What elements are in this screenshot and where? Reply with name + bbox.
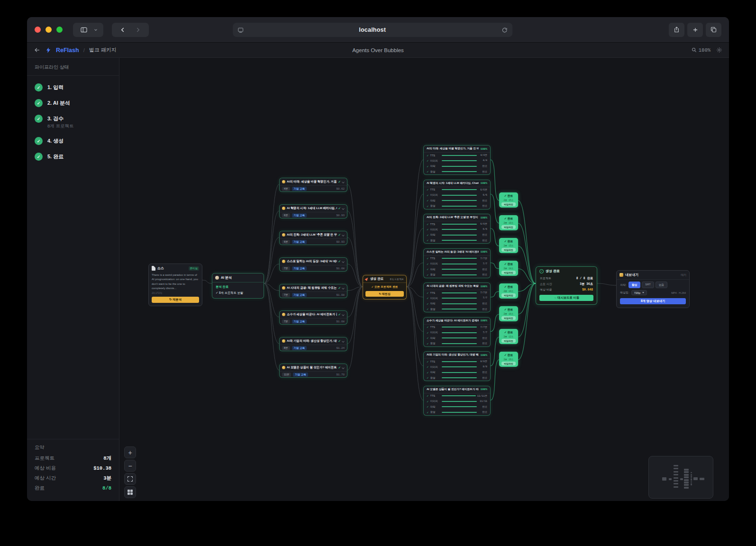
progress-node[interactable]: AI 모델은 상품이 될 것인가? 에이전트가 바꾸는 AI 산업...100%… <box>423 386 491 416</box>
reload-icon[interactable] <box>501 27 508 33</box>
brand-name[interactable]: ReFlash <box>56 47 79 54</box>
tab-overview-button[interactable] <box>706 23 721 37</box>
timeline-button[interactable]: 타임라인 <box>501 316 516 320</box>
zoom-in-button[interactable]: + <box>124 446 136 458</box>
resolution-label: 해상도: <box>620 291 629 295</box>
sidebar-step[interactable]: ✓4. 생성 <box>35 137 111 145</box>
progress-node[interactable]: AI 시대의 금광: 왜 컴퓨팅 파워 수요는 폭발적으로 증가...100%✓… <box>423 282 491 312</box>
reedit-button[interactable]: ↻ 재편집 <box>365 291 404 297</box>
chevron-down-icon[interactable] <box>342 181 345 183</box>
maximize-window-button[interactable] <box>56 27 63 33</box>
chevron-down-icon[interactable] <box>342 260 345 263</box>
progress-row: ✓자막완료 <box>424 301 490 307</box>
project-card[interactable]: AI 시대의 금광: 왜 컴퓨팅 파워 수요는 폭발적...✓7분기업 교육$1… <box>279 284 347 298</box>
timeline-button[interactable]: 타임라인 <box>501 362 516 365</box>
done-node[interactable]: ✓ 완료2분 10초타임라인 <box>499 215 518 230</box>
grid-icon <box>128 490 133 495</box>
timeline-button[interactable]: 타임라인 <box>501 202 516 206</box>
layout-grid-button[interactable] <box>124 486 136 498</box>
resolution-select[interactable]: 720p <box>631 290 647 295</box>
check-icon: ✓ <box>338 286 341 290</box>
progress-node[interactable]: 소수가 세상을 바꾼다: AI 에이전트가 경제에 미치는 파...100%✓T… <box>423 317 491 347</box>
duration-badge: 4분 <box>282 187 290 191</box>
progress-row: ✓이미지6/6 <box>424 192 490 198</box>
source-node[interactable]: 소스 준비됨 There is a weird paradox in terms… <box>148 264 202 306</box>
progress-row-label: TTS <box>430 291 440 294</box>
progress-node[interactable]: AI와 기업의 미래: 생산성 향상인가, 대량 해고와 사무실...100%✓… <box>423 351 491 381</box>
sidebar-step[interactable]: ✓5. 완료 <box>35 153 111 161</box>
done-node[interactable]: ✓ 완료2분 12초타임라인 <box>499 329 518 344</box>
chevron-down-icon[interactable] <box>342 313 345 316</box>
done-node[interactable]: ✓ 완료2분 13초타임라인 <box>499 238 518 253</box>
gear-icon[interactable] <box>716 47 722 53</box>
new-tab-button[interactable] <box>687 23 703 37</box>
project-card[interactable]: AI 모델은 상품이 될 것인가? 에이전트가 바꾸...✓11분기업 교육$1… <box>279 364 347 378</box>
dashboard-button[interactable]: → 대시보드로 이동 <box>539 295 593 301</box>
progress-node[interactable]: AI 혁명의 시작: 1세대 LLM 패러다임, ChatGPT의 등...10… <box>423 180 491 209</box>
zoom-out-button[interactable]: − <box>124 460 136 472</box>
back-arrow-icon[interactable] <box>34 46 41 54</box>
done-node[interactable]: ✓ 완료2분 18초타임라인 <box>499 261 518 276</box>
back-button[interactable] <box>116 23 130 37</box>
reanalyze-button[interactable]: ↻ 재분석 <box>152 297 199 303</box>
generation-node[interactable]: 생성 완료 8개 프로젝트 ✓ 모든 프로젝트 완료 ↻ 재편집 <box>363 275 407 300</box>
check-icon: ✓ <box>427 394 429 397</box>
progress-node[interactable]: AI의 진화: 2세대 LLM '추론 모델'은 무엇이 다른가?100%✓TT… <box>423 214 491 244</box>
progress-row: ✓이미지11/11 <box>424 399 490 404</box>
done-node[interactable]: ✓ 완료2분 15초타임라인 <box>499 192 518 208</box>
chevron-down-icon[interactable] <box>342 366 345 369</box>
export-node[interactable]: 내보내기 대기 자막: 합성SRT없음 해상도: 720p MP4 · H.26… <box>616 270 690 308</box>
sidebar-step[interactable]: ✓1. 입력 <box>35 83 111 91</box>
pipeline-canvas[interactable]: 소스 준비됨 There is a weird paradox in terms… <box>119 58 729 501</box>
progress-row-label: TTS <box>430 154 440 157</box>
sidebar-step[interactable]: ✓2. AI 분석 <box>35 99 111 107</box>
timeline-button[interactable]: 타임라인 <box>501 271 516 274</box>
sidebar-step[interactable]: ✓3. 검수8개 프로젝트 <box>35 115 111 129</box>
subtitle-option-SRT[interactable]: SRT <box>642 282 654 288</box>
chevron-down-icon[interactable] <box>342 234 345 236</box>
chevron-down-icon[interactable] <box>342 287 345 289</box>
subtitle-option-합성[interactable]: 합성 <box>628 282 641 288</box>
progress-percent: 100% <box>481 250 487 254</box>
close-window-button[interactable] <box>35 27 41 33</box>
summary-row: 예상 비용$10.38 <box>35 465 111 472</box>
export-button[interactable]: 8개 영상 내보내기 <box>620 298 686 304</box>
timeline-button[interactable]: 타임라인 <box>501 225 516 229</box>
progress-node[interactable]: 스스로 일하는 AI의 등장: 3세대 'AI 에이전트'의 작동...100%… <box>423 248 491 278</box>
minimize-window-button[interactable] <box>46 27 52 33</box>
project-card[interactable]: AI의 진화: 2세대 LLM '추론 모델'은 무엇이 ...✓6분기업 교육… <box>279 231 347 245</box>
chevron-down-icon[interactable] <box>342 207 345 209</box>
nav-buttons <box>112 23 149 37</box>
minimap-node <box>691 472 692 473</box>
chevron-down-icon[interactable] <box>342 340 345 342</box>
project-card[interactable]: AI와 기업의 미래: 생산성 향상인가, 대량 해고...✓8분기업 교육$1… <box>279 337 347 351</box>
progress-bar <box>442 372 477 373</box>
timeline-button[interactable]: 타임라인 <box>501 293 516 297</box>
progress-row: ✓합성완료 <box>424 341 490 346</box>
analysis-node[interactable]: AI 분석 분석 완료 ✓ 8개 프로젝트 분할 <box>212 273 264 299</box>
step-label: 2. AI 분석 <box>47 99 70 107</box>
fit-view-button[interactable] <box>124 473 136 485</box>
done-node[interactable]: ✓ 완료2분 14초타임라인 <box>499 283 518 299</box>
address-bar[interactable]: localhost <box>233 23 512 37</box>
share-button[interactable] <box>669 23 684 37</box>
project-card[interactable]: AI 혁명의 시작: 1세대 LLM 패러다임, Chat...✓6분기업 교육… <box>279 204 347 218</box>
char-count: 23,172자 <box>149 291 202 295</box>
sidebar-toggle-button[interactable] <box>77 23 91 37</box>
subtitle-option-없음[interactable]: 없음 <box>656 282 668 288</box>
sidebar-menu-button[interactable] <box>92 23 100 37</box>
progress-node[interactable]: AI의 미래: 세상을 바꿀 혁명인가, 거품 낀 버블인가?100%✓TTS4… <box>423 145 491 175</box>
forward-button[interactable] <box>131 23 145 37</box>
minimap[interactable] <box>648 456 713 499</box>
timeline-button[interactable]: 타임라인 <box>501 248 516 252</box>
project-card[interactable]: 소수가 세상을 바꾼다: AI 에이전트가 경제에 ...✓7분기업 교육$1.… <box>279 310 347 325</box>
completion-summary-node[interactable]: ✓ 생성 완료 프로젝트8 / 8 완료소요 시간3분 36초예상 비용$0.6… <box>536 266 597 305</box>
done-node[interactable]: ✓ 완료2분 16초타임라인 <box>499 306 518 321</box>
timeline-button[interactable]: 타임라인 <box>501 339 516 343</box>
done-node[interactable]: ✓ 완료2분 19초타임라인 <box>499 352 518 367</box>
project-card[interactable]: AI의 미래: 세상을 바꿀 혁명인가, 거품 낀 버...✓4분기업 교육$0… <box>279 178 347 192</box>
progress-row-label: 자막 <box>430 268 440 271</box>
project-card[interactable]: 스스로 일하는 AI의 등장: 3세대 'AI 에이전트'...✓7분기업 교육… <box>279 257 347 272</box>
progress-row-label: 이미지 <box>430 228 440 231</box>
progress-bar <box>442 406 477 407</box>
